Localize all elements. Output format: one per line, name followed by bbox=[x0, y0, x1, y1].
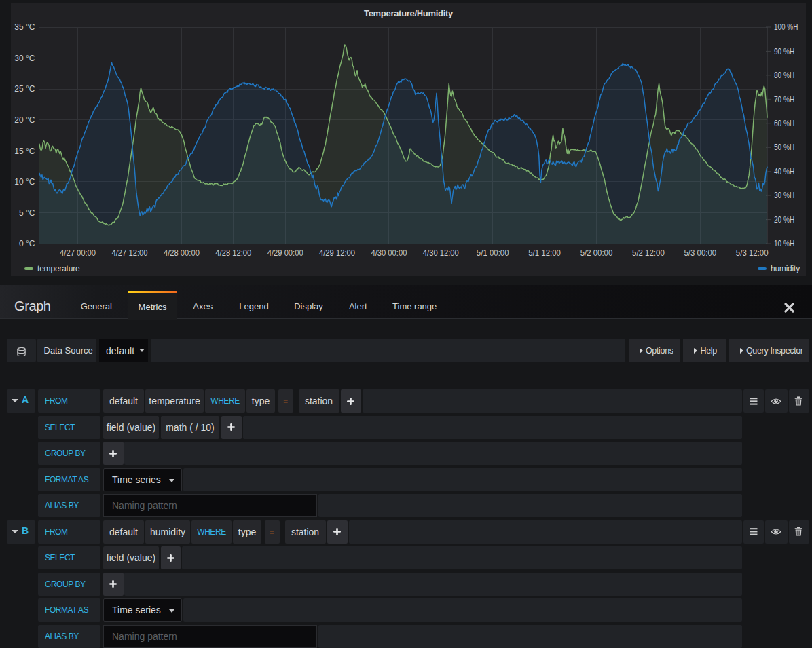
svg-text:30 °C: 30 °C bbox=[14, 54, 35, 63]
svg-text:4/30 00:00: 4/30 00:00 bbox=[371, 248, 407, 258]
svg-text:25 °C: 25 °C bbox=[14, 84, 35, 94]
svg-text:35 °C: 35 °C bbox=[14, 22, 35, 32]
svg-text:50 %H: 50 %H bbox=[774, 142, 794, 152]
svg-text:4/28 12:00: 4/28 12:00 bbox=[215, 248, 251, 258]
svg-text:4/30 12:00: 4/30 12:00 bbox=[423, 248, 459, 258]
svg-text:70 %H: 70 %H bbox=[774, 95, 794, 104]
svg-text:5/2 12:00: 5/2 12:00 bbox=[632, 248, 665, 258]
svg-text:100 %H: 100 %H bbox=[774, 22, 798, 32]
svg-text:4/27 00:00: 4/27 00:00 bbox=[60, 248, 96, 258]
svg-text:90 %H: 90 %H bbox=[774, 47, 794, 56]
svg-text:4/29 00:00: 4/29 00:00 bbox=[267, 248, 303, 258]
svg-text:10 °C: 10 °C bbox=[14, 177, 35, 187]
svg-text:20 °C: 20 °C bbox=[14, 115, 35, 125]
svg-text:4/27 12:00: 4/27 12:00 bbox=[112, 248, 148, 258]
svg-text:4/29 12:00: 4/29 12:00 bbox=[319, 248, 355, 258]
svg-text:10 %H: 10 %H bbox=[774, 239, 794, 248]
svg-text:40 %H: 40 %H bbox=[774, 167, 794, 176]
svg-text:5/1 12:00: 5/1 12:00 bbox=[528, 248, 561, 258]
svg-text:15 °C: 15 °C bbox=[14, 147, 35, 156]
svg-text:5/3 12:00: 5/3 12:00 bbox=[736, 248, 769, 258]
svg-text:80 %H: 80 %H bbox=[774, 71, 794, 80]
svg-text:5/2 00:00: 5/2 00:00 bbox=[580, 248, 613, 258]
svg-text:5 °C: 5 °C bbox=[19, 208, 35, 218]
svg-text:60 %H: 60 %H bbox=[774, 119, 794, 128]
svg-text:5/3 00:00: 5/3 00:00 bbox=[684, 248, 716, 258]
svg-text:30 %H: 30 %H bbox=[774, 191, 794, 200]
svg-text:5/1 00:00: 5/1 00:00 bbox=[477, 248, 509, 258]
svg-text:20 %H: 20 %H bbox=[774, 215, 794, 225]
svg-text:0 °C: 0 °C bbox=[19, 239, 35, 248]
svg-text:4/28 00:00: 4/28 00:00 bbox=[164, 248, 200, 258]
